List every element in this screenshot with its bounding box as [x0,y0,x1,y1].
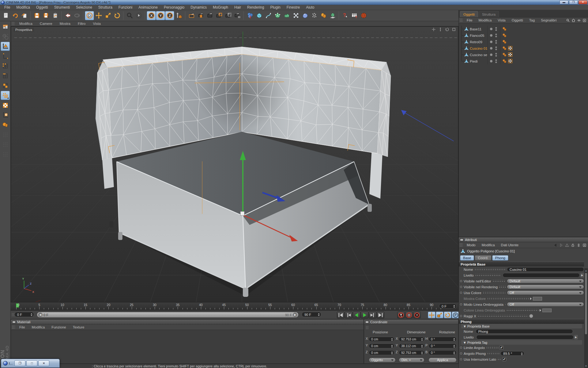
viewport-menu-modifica[interactable]: Modifica [16,22,36,25]
anim-dot-icon[interactable] [460,352,462,355]
menu-mograph[interactable]: MoGraph [210,5,231,10]
viewport-menu-vista[interactable]: Vista [89,22,104,25]
raggi-x-toggle[interactable] [529,314,533,318]
coord-dim-dropdown[interactable]: Dim. + [399,358,424,362]
menu-personaggio[interactable]: Personaggio [161,5,187,10]
array-objects-button[interactable] [282,11,291,20]
keyframe-question-button[interactable]: ? [413,312,421,318]
materials-menu-modifica[interactable]: Modifica [28,325,48,329]
phong-tag-icon[interactable] [502,46,507,51]
object-name[interactable]: Base11 [470,27,481,31]
step-back-button[interactable] [63,11,72,20]
visibile-nell-editor-dropdown[interactable]: Default [507,279,584,283]
subsection-header[interactable]: ▼ Proprietà Base [461,324,582,328]
phong-tag-icon[interactable] [502,52,507,57]
modo-linea-ombreggiata-dropdown[interactable]: Off [507,302,584,307]
zoom-tool-button[interactable] [125,11,134,20]
viewport-menu-filtro[interactable]: Filtro [74,22,89,25]
anim-dot-icon[interactable] [460,315,462,317]
object-manager-menu-modifica[interactable]: Modifica [476,18,495,22]
menu-oggetti[interactable]: Oggetti [33,5,51,10]
dimension-field[interactable]: 92.753 cm [399,337,424,342]
menu-dynamics[interactable]: Dynamics [187,5,210,10]
timeline-ruler[interactable]: 0 F 051015202530354045505560657075808590 [11,302,458,311]
visibility-dots[interactable] [489,46,500,51]
attributes-menu-dati-utente[interactable]: Dati Utente [498,243,522,247]
menu-plugin[interactable]: Plugin [267,5,283,10]
toggle-views-icon[interactable] [451,27,456,32]
object-name[interactable]: Fianco05 [470,34,484,37]
panel-grip[interactable] [12,22,15,25]
object-row[interactable]: Retro09 [459,39,588,45]
render-all-button[interactable] [205,11,214,20]
attributes-menu-modifica[interactable]: Modifica [479,243,498,247]
rotation-field[interactable]: 0 ° [428,337,457,342]
goto-start-button[interactable] [337,312,345,318]
triangle-icon[interactable] [565,243,569,247]
visibility-dots[interactable] [489,52,500,57]
texture-tag-icon[interactable] [508,52,513,57]
environment-button[interactable] [328,11,337,20]
particles-button[interactable] [310,11,319,20]
level-flyout-button[interactable]: ▶ [580,273,584,278]
viewport-menu-mostra[interactable]: Mostra [56,22,74,25]
kf-rotation-button[interactable] [444,312,451,318]
make-editable-button[interactable] [1,22,10,31]
scale-tool-button[interactable] [103,11,112,20]
timeline-range-slider[interactable]: ◀ 0 F 90 F ▶ [37,312,299,318]
menu-selezione[interactable]: Selezione [73,5,95,10]
menu-finestre[interactable]: Finestre [284,5,303,10]
render-active-view-button[interactable] [196,11,205,20]
anim-dot-icon[interactable] [460,292,462,294]
materials-menu-file[interactable]: File [16,325,28,329]
panel-grip[interactable] [460,18,463,22]
object-manager-menu-oggetti[interactable]: Oggetti [509,18,526,22]
isolate-mode-button[interactable] [1,120,10,129]
forward-icon[interactable] [559,243,563,247]
dolly-view-icon[interactable] [438,27,443,32]
kf-scale-button[interactable] [436,312,443,318]
phong-tag-icon[interactable] [502,26,507,31]
render-settings-button[interactable] [233,11,242,20]
menu-funzioni[interactable]: Funzioni [115,5,135,10]
link-icon[interactable] [577,243,581,247]
online-updater-button[interactable] [359,11,368,20]
visibility-dots[interactable] [489,26,500,32]
new-document-button[interactable] [1,11,10,20]
livello-field[interactable] [476,335,574,339]
visibility-dots[interactable] [489,59,500,64]
prev-key-button[interactable] [345,312,352,318]
model-mode-button[interactable] [1,42,10,51]
range-right-handle[interactable]: ▶ [293,312,297,317]
save-incremental-button[interactable]: ? [41,11,51,20]
particle-emitter-button[interactable] [291,11,300,20]
close-button[interactable]: ✕ [579,0,587,4]
mograph-button[interactable] [245,11,254,20]
metaball-button[interactable] [300,11,310,20]
anim-dot-icon[interactable] [460,358,462,360]
lock-x-button[interactable]: X [147,11,156,20]
nome-field[interactable]: Cuscino 01 [507,267,584,272]
pan-view-icon[interactable] [431,27,436,32]
panel-grip[interactable] [366,326,369,329]
materials-menu-texture[interactable]: Texture [70,325,88,329]
object-row[interactable]: Base11 [459,26,588,32]
object-axis-mode-button[interactable] [1,52,10,61]
object-name[interactable]: Retro09 [470,40,482,44]
angolo-phong-field[interactable]: 89.5 ° [500,351,524,356]
live-selection-button[interactable] [85,11,94,20]
dimension-field[interactable]: 38.112 cm [399,343,424,348]
texture-axis-mode-button[interactable] [1,110,10,120]
back-icon[interactable] [553,243,557,247]
close-button[interactable]: ✕ [38,360,49,366]
menu-file[interactable]: File [1,5,13,10]
phong-tag-icon[interactable] [502,33,507,38]
menu-hair[interactable]: Hair [231,5,244,10]
current-frame-field[interactable]: 0 F [14,312,34,317]
rotation-field[interactable]: 0 ° [428,343,457,348]
viewport[interactable]: Prospettiva [11,26,458,302]
restore-button[interactable]: ❐ [569,0,578,4]
play-forward-button[interactable] [361,312,368,318]
deformer-button[interactable] [319,11,328,20]
usa-colore-dropdown[interactable]: Off [507,290,584,295]
